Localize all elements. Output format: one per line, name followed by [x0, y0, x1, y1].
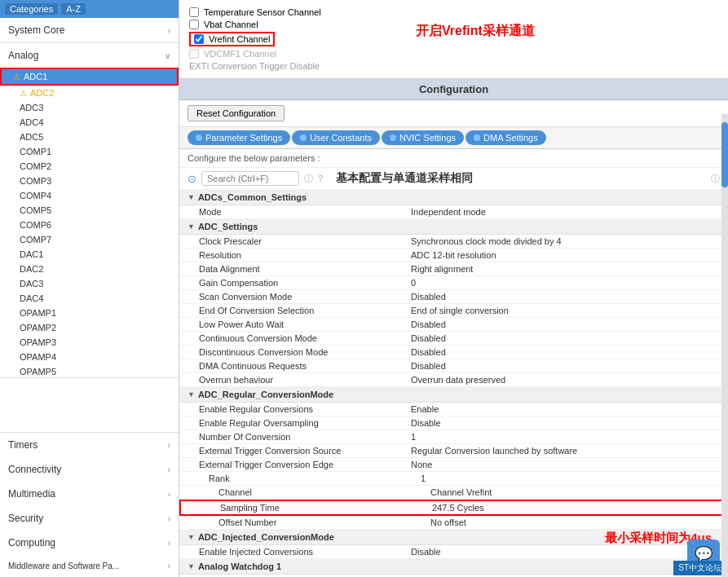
- sidebar-item-comp7[interactable]: COMP7: [0, 232, 179, 247]
- tab-dot-dma: [474, 134, 480, 141]
- computing-label: Computing: [8, 537, 55, 548]
- exti-label: EXTI Conversion Trigger Disable: [189, 61, 320, 71]
- param-numconv-name: Number Of Conversion: [199, 432, 411, 442]
- param-rank-value: 1: [421, 473, 720, 483]
- param-channel-name: Channel: [218, 487, 430, 497]
- main-content: Temperature Sensor Channel Vbat Channel …: [179, 0, 728, 577]
- analog-header[interactable]: Analog ∨: [0, 43, 179, 68]
- sidebar-item-comp6[interactable]: COMP6: [0, 218, 179, 232]
- chevron-down-icon: ∨: [165, 51, 170, 60]
- param-eoc-name: End Of Conversion Selection: [199, 306, 411, 315]
- param-sampling-value: 247.5 Cycles: [432, 503, 718, 513]
- vrefint-checkbox[interactable]: [194, 34, 204, 44]
- sidebar-item-adc2[interactable]: ⚠ ADC2: [0, 86, 179, 100]
- timers-chevron-icon: ›: [168, 441, 170, 450]
- configure-label: Configure the below parameters :: [179, 149, 728, 168]
- sidebar-item-comp2[interactable]: COMP2: [0, 159, 179, 174]
- group-adc-regular[interactable]: ▼ ADC_Regular_ConversionMode: [179, 387, 728, 403]
- param-mode: Mode Independent mode: [179, 205, 728, 219]
- warning-icon: ⚠: [13, 73, 20, 81]
- sidebar-item-adc3[interactable]: ADC3: [0, 100, 179, 115]
- param-enable-injected: Enable Injected Conversions Disable: [179, 545, 728, 559]
- reset-btn-row: Reset Configuration: [179, 100, 728, 127]
- param-rank-name: Rank: [209, 473, 421, 483]
- connectivity-header[interactable]: Connectivity ›: [0, 457, 179, 482]
- param-oversamp-value: Disable: [411, 418, 720, 428]
- vrefint-annotation: 开启Vrefint采样通道: [416, 23, 535, 40]
- group-adcs-common[interactable]: ▼ ADCs_Common_Settings: [179, 190, 728, 205]
- sidebar-item-dac4[interactable]: DAC4: [0, 291, 179, 306]
- info-icon: ⓘ: [304, 173, 313, 185]
- sidebar-item-adc1-label: ADC1: [24, 72, 47, 81]
- group-analog-watchdog[interactable]: ▼ Analog Watchdog 1: [179, 559, 728, 575]
- param-offset-number: Offset Number No offset: [179, 516, 728, 530]
- param-continuous-conv: Continuous Conversion Mode Disabled: [179, 332, 728, 346]
- sidebar-item-opamp2[interactable]: OPAMP2: [0, 320, 179, 335]
- sidebar-item-dac1[interactable]: DAC1: [0, 247, 179, 262]
- param-dma-value: Disabled: [411, 361, 720, 371]
- tab-bar: Parameter Settings User Constants NVIC S…: [179, 127, 728, 149]
- tab-dot-user: [300, 134, 307, 141]
- param-mode-name: Mode: [199, 207, 411, 217]
- vbat-checkbox[interactable]: [189, 20, 199, 29]
- param-offset-value: No offset: [430, 518, 720, 527]
- tab-parameter-settings[interactable]: Parameter Settings: [188, 130, 290, 145]
- tab-dot-param: [196, 134, 202, 141]
- sidebar-item-opamp1[interactable]: OPAMP1: [0, 306, 179, 320]
- security-header[interactable]: Security ›: [0, 506, 179, 531]
- tab-dma-label: DMA Settings: [483, 133, 538, 143]
- sidebar-item-comp1[interactable]: COMP1: [0, 144, 179, 159]
- system-core-header[interactable]: System Core ›: [0, 18, 179, 42]
- sidebar-top-bar: Categories A-Z: [0, 0, 179, 18]
- config-title: Configuration: [179, 79, 728, 100]
- tab-dot-nvic: [390, 134, 396, 141]
- sidebar-item-comp5[interactable]: COMP5: [0, 203, 179, 218]
- watermark: ST中文论坛: [673, 561, 726, 575]
- middleware-label: Middleware and Software Pa...: [8, 562, 119, 570]
- tab-user-constants[interactable]: User Constants: [292, 130, 380, 145]
- question-icon: ?: [318, 174, 323, 183]
- temp-sensor-checkbox[interactable]: [189, 7, 199, 17]
- vrefint-highlight-box: Vrefint Channel: [189, 32, 275, 46]
- sidebar-item-adc1[interactable]: ⚠ ADC1: [0, 68, 179, 86]
- warning-icon-adc2: ⚠: [20, 89, 27, 98]
- param-discontconv-name: Discontinuous Conversion Mode: [199, 347, 411, 357]
- group-adc-settings-label: ADC_Settings: [198, 222, 258, 231]
- tab-user-label: User Constants: [310, 133, 372, 143]
- sidebar-item-opamp4[interactable]: OPAMP4: [0, 350, 179, 364]
- tab-dma-settings[interactable]: DMA Settings: [465, 130, 546, 145]
- group-adc-settings[interactable]: ▼ ADC_Settings: [179, 219, 728, 235]
- tab-nvic-settings[interactable]: NVIC Settings: [382, 130, 464, 145]
- search-icon: ⊙: [188, 173, 196, 185]
- group-adc-regular-label: ADC_Regular_ConversionMode: [198, 390, 333, 399]
- connectivity-label: Connectivity: [8, 464, 61, 475]
- multimedia-header[interactable]: Multimedia ›: [0, 482, 179, 506]
- sidebar-item-opamp3[interactable]: OPAMP3: [0, 335, 179, 350]
- param-contconv-name: Continuous Conversion Mode: [199, 333, 411, 343]
- param-injected-value: Disable: [411, 547, 720, 557]
- tab-categories[interactable]: Categories: [5, 3, 58, 15]
- param-lp-value: Disabled: [411, 319, 720, 329]
- scrollbar-thumb[interactable]: [721, 122, 728, 187]
- analog-section: Analog ∨ ⚠ ADC1 ⚠ ADC2 ADC3 ADC4 ADC5 CO…: [0, 43, 179, 378]
- sidebar-item-dac2[interactable]: DAC2: [0, 262, 179, 276]
- sidebar-item-dac3[interactable]: DAC3: [0, 276, 179, 291]
- timers-header[interactable]: Timers ›: [0, 433, 179, 457]
- tab-az[interactable]: A-Z: [61, 3, 86, 15]
- reset-config-button[interactable]: Reset Configuration: [188, 105, 285, 121]
- security-label: Security: [8, 513, 43, 524]
- vocamp1-checkbox[interactable]: [189, 49, 199, 59]
- middleware-header[interactable]: Middleware and Software Pa... ›: [0, 555, 179, 577]
- sidebar-item-adc5[interactable]: ADC5: [0, 130, 179, 144]
- computing-header[interactable]: Computing ›: [0, 531, 179, 555]
- param-discontconv-value: Disabled: [411, 347, 720, 357]
- param-eoc-value: End of single conversion: [411, 306, 720, 315]
- search-input[interactable]: [201, 171, 299, 186]
- sidebar-item-adc4[interactable]: ADC4: [0, 115, 179, 130]
- tri-watchdog-icon: ▼: [188, 562, 195, 570]
- vocamp1-row: VDCMF1 Channel: [189, 49, 718, 59]
- param-num-conversion: Number Of Conversion 1: [179, 430, 728, 444]
- sidebar-item-comp4[interactable]: COMP4: [0, 188, 179, 203]
- sidebar-item-comp3[interactable]: COMP3: [0, 174, 179, 188]
- sidebar-item-opamp5[interactable]: OPAMP5: [0, 364, 179, 377]
